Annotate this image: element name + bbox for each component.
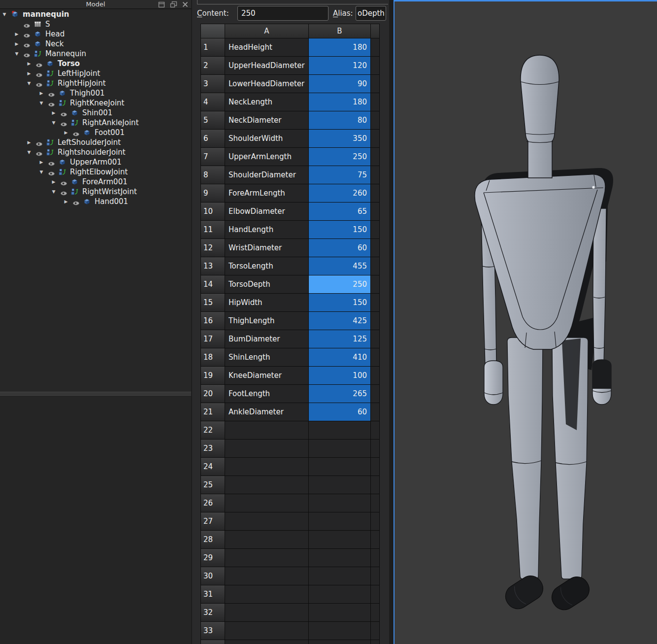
param-name-cell[interactable]: ShoulderWidth <box>225 130 309 148</box>
expand-arrow-icon[interactable]: ▼ <box>50 120 57 125</box>
row-header-cell[interactable]: 18 <box>200 348 225 367</box>
tree-item-thigh001[interactable]: ▶ Thigh001 <box>0 88 191 98</box>
param-value-cell[interactable] <box>309 567 371 585</box>
row-header-cell[interactable]: 24 <box>200 458 225 476</box>
sliver-cell[interactable] <box>371 257 380 275</box>
param-name-cell[interactable] <box>225 440 309 458</box>
row-header-cell[interactable]: 19 <box>200 367 225 385</box>
param-value-cell[interactable]: 100 <box>309 367 371 385</box>
param-value-cell[interactable]: 180 <box>309 38 371 57</box>
sliver-cell[interactable] <box>371 93 380 111</box>
param-name-cell[interactable]: HandLength <box>225 221 309 239</box>
row-header-cell[interactable]: 26 <box>200 494 225 512</box>
param-value-cell[interactable] <box>309 512 371 531</box>
row-header-cell[interactable]: 1 <box>200 38 225 57</box>
sliver-cell[interactable] <box>371 239 380 257</box>
param-value-cell[interactable]: 410 <box>309 348 371 367</box>
close-icon[interactable] <box>181 0 189 8</box>
param-value-cell[interactable]: 60 <box>309 239 371 257</box>
row-header-cell[interactable]: 33 <box>200 622 225 640</box>
expand-arrow-icon[interactable]: ▶ <box>38 91 45 96</box>
param-name-cell[interactable] <box>225 476 309 494</box>
param-value-cell[interactable] <box>309 458 371 476</box>
column-header-sliver[interactable] <box>371 24 380 38</box>
param-value-cell[interactable] <box>309 585 371 604</box>
sliver-cell[interactable] <box>371 549 380 567</box>
param-name-cell[interactable]: NeckLength <box>225 93 309 111</box>
row-header-cell[interactable]: 17 <box>200 330 225 348</box>
param-value-cell[interactable] <box>309 531 371 549</box>
param-name-cell[interactable]: KneeDiameter <box>225 367 309 385</box>
param-name-cell[interactable]: HeadHeight <box>225 38 309 57</box>
sliver-cell[interactable] <box>371 348 380 367</box>
param-value-cell[interactable]: 90 <box>309 75 371 93</box>
content-input[interactable] <box>237 6 328 21</box>
param-value-cell[interactable] <box>309 604 371 622</box>
tree-item-rightanklejoint[interactable]: ▼ RightAnkleJoint <box>0 118 191 128</box>
sliver-cell[interactable] <box>371 385 380 403</box>
expand-arrow-icon[interactable]: ▼ <box>1 12 8 17</box>
param-value-cell[interactable]: 265 <box>309 385 371 403</box>
param-value-cell[interactable]: 260 <box>309 184 371 203</box>
param-value-cell[interactable]: 180 <box>309 93 371 111</box>
row-header-cell[interactable]: 23 <box>200 440 225 458</box>
sliver-cell[interactable] <box>371 111 380 130</box>
sliver-cell[interactable] <box>371 567 380 585</box>
sliver-cell[interactable] <box>371 184 380 203</box>
expand-arrow-icon[interactable]: ▼ <box>38 101 45 105</box>
param-name-cell[interactable]: ElbowDiameter <box>225 203 309 221</box>
expand-arrow-icon[interactable]: ▶ <box>38 160 45 165</box>
param-value-cell[interactable] <box>309 421 371 440</box>
param-name-cell[interactable] <box>225 512 309 531</box>
sliver-cell[interactable] <box>371 403 380 421</box>
sliver-cell[interactable] <box>371 585 380 604</box>
tree-item-neck[interactable]: ▶ Neck <box>0 39 191 49</box>
param-value-cell[interactable] <box>309 622 371 640</box>
row-header-cell[interactable]: 6 <box>200 130 225 148</box>
param-value-cell[interactable]: 125 <box>309 330 371 348</box>
sliver-cell[interactable] <box>371 130 380 148</box>
sliver-cell[interactable] <box>371 640 380 644</box>
expand-arrow-icon[interactable]: ▼ <box>26 81 33 86</box>
tree-item-s[interactable]: S <box>0 19 191 29</box>
expand-arrow-icon[interactable]: ▶ <box>26 71 33 76</box>
row-header-cell[interactable]: 2 <box>200 57 225 75</box>
sliver-cell[interactable] <box>371 148 380 166</box>
tree-item-shin001[interactable]: ▶ Shin001 <box>0 108 191 118</box>
expand-arrow-icon[interactable]: ▶ <box>63 199 69 204</box>
sliver-cell[interactable] <box>371 421 380 440</box>
param-value-cell[interactable]: 120 <box>309 57 371 75</box>
expand-arrow-icon[interactable]: ▶ <box>50 179 57 184</box>
param-name-cell[interactable]: WristDiameter <box>225 239 309 257</box>
tree-item-rightwristjoint[interactable]: ▼ RightWristJoint <box>0 187 191 197</box>
row-header-cell[interactable]: 28 <box>200 531 225 549</box>
param-value-cell[interactable]: 350 <box>309 130 371 148</box>
row-header-cell[interactable]: 10 <box>200 203 225 221</box>
param-name-cell[interactable] <box>225 640 309 644</box>
param-value-cell[interactable] <box>309 549 371 567</box>
sliver-cell[interactable] <box>371 312 380 330</box>
row-header-cell[interactable]: 4 <box>200 93 225 111</box>
tree-item-leftshoulderjoint[interactable]: ▶ LeftShoulderJoint <box>0 137 191 147</box>
param-name-cell[interactable]: HipWidth <box>225 294 309 312</box>
corner-header-cell[interactable] <box>200 24 225 38</box>
sliver-cell[interactable] <box>371 203 380 221</box>
param-name-cell[interactable]: TorsoDepth <box>225 275 309 294</box>
sliver-cell[interactable] <box>371 166 380 184</box>
sliver-cell[interactable] <box>371 512 380 531</box>
param-value-cell[interactable] <box>309 494 371 512</box>
sliver-cell[interactable] <box>371 75 380 93</box>
row-header-cell[interactable]: 15 <box>200 294 225 312</box>
param-value-cell[interactable]: 425 <box>309 312 371 330</box>
expand-arrow-icon[interactable]: ▶ <box>13 41 20 46</box>
param-value-cell[interactable]: 80 <box>309 111 371 130</box>
sliver-cell[interactable] <box>371 622 380 640</box>
expand-arrow-icon[interactable]: ▼ <box>13 51 20 56</box>
tree-item-hand001[interactable]: ▶ Hand001 <box>0 197 191 206</box>
param-value-cell[interactable]: 65 <box>309 203 371 221</box>
row-header-cell[interactable]: 5 <box>200 111 225 130</box>
row-header-cell[interactable]: 12 <box>200 239 225 257</box>
row-header-cell[interactable]: 22 <box>200 421 225 440</box>
row-header-cell[interactable]: 14 <box>200 275 225 294</box>
row-header-cell[interactable]: 16 <box>200 312 225 330</box>
